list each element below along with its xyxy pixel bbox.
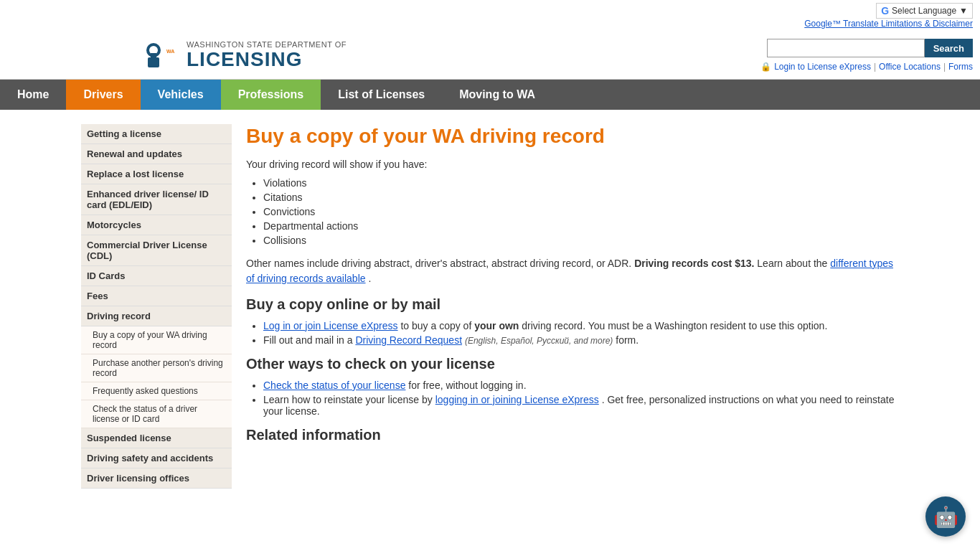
svg-rect-3 xyxy=(151,53,156,59)
main-nav: Home Drivers Vehicles Professions List o… xyxy=(0,80,980,110)
bullet-collisions: Collisions xyxy=(263,235,899,246)
forms-link[interactable]: Forms xyxy=(948,62,973,72)
sidebar-item-motorcycles[interactable]: Motorcycles xyxy=(81,215,232,235)
reinstate-text1: Learn how to reinstate your license by xyxy=(263,394,435,405)
driving-record-request-link[interactable]: Driving Record Request xyxy=(355,334,462,346)
pipe-divider2: | xyxy=(943,62,946,72)
sidebar-item-id-cards[interactable]: ID Cards xyxy=(81,266,232,286)
chat-widget[interactable]: 🤖 xyxy=(925,496,966,510)
sidebar-item-replace-lost[interactable]: Replace a lost license xyxy=(81,164,232,184)
header-right: Search 🔒 Login to License eXpress | Offi… xyxy=(760,39,973,72)
sidebar-item-driving-safety[interactable]: Driving safety and accidents xyxy=(81,448,232,468)
form-text: form. xyxy=(616,334,639,346)
search-input[interactable] xyxy=(767,39,925,57)
logging-in-link[interactable]: logging in or joining License eXpress xyxy=(435,394,599,405)
nav-home[interactable]: Home xyxy=(0,80,66,110)
login-link[interactable]: Login to License eXpress xyxy=(774,62,871,72)
other-names-paragraph: Other names include driving abstract, dr… xyxy=(246,256,899,286)
sidebar-item-getting-license[interactable]: Getting a license xyxy=(81,124,232,144)
logo-text: WASHINGTON STATE DEPARTMENT OF LICENSING xyxy=(187,40,347,71)
bullet-login: Log in or join License eXpress to buy a … xyxy=(263,320,899,331)
nav-list-of-licenses[interactable]: List of Licenses xyxy=(321,80,442,110)
section2-heading: Other ways to check on your license xyxy=(246,356,899,372)
sidebar-item-suspended-license[interactable]: Suspended license xyxy=(81,428,232,448)
nav-drivers[interactable]: Drivers xyxy=(66,80,140,110)
svg-rect-2 xyxy=(148,57,159,67)
driving-record-text: driving record. You must be a Washington… xyxy=(522,320,827,331)
sidebar-item-fees[interactable]: Fees xyxy=(81,286,232,306)
google-translate-widget[interactable]: G Select Language ▼ xyxy=(876,3,973,19)
section1-heading: Buy a copy online or by mail xyxy=(246,296,899,313)
fill-out-text: Fill out and mail in a xyxy=(263,334,355,346)
bullet-violations: Violations xyxy=(263,177,899,189)
bullet-departmental: Departmental actions xyxy=(263,220,899,232)
sidebar-item-driving-record[interactable]: Driving record xyxy=(81,306,232,326)
chat-robot-icon: 🤖 xyxy=(933,505,958,511)
sidebar-item-enhanced-driver[interactable]: Enhanced driver license/ ID card (EDL/EI… xyxy=(81,184,232,215)
select-language-label: Select Language xyxy=(892,6,956,16)
page-container: Getting a license Renewal and updates Re… xyxy=(74,110,906,510)
bullet-check-status: Check the status of your license for fre… xyxy=(263,380,899,391)
online-mail-bullets: Log in or join License eXpress to buy a … xyxy=(263,320,899,346)
for-free-text: for free, without logging in. xyxy=(408,380,526,391)
sidebar-item-renewal-updates[interactable]: Renewal and updates xyxy=(81,144,232,164)
check-license-bullets: Check the status of your license for fre… xyxy=(263,380,899,417)
nav-moving-to-wa[interactable]: Moving to WA xyxy=(442,80,552,110)
google-g-icon: G xyxy=(881,5,889,17)
nav-professions[interactable]: Professions xyxy=(221,80,321,110)
nav-vehicles[interactable]: Vehicles xyxy=(141,80,221,110)
logo-area: WA WASHINGTON STATE DEPARTMENT OF LICENS… xyxy=(143,37,347,73)
wa-logo-icon: WA xyxy=(143,37,179,73)
sidebar-item-faq[interactable]: Frequently asked questions xyxy=(81,382,232,400)
other-names-text1: Other names include driving abstract, dr… xyxy=(246,258,634,269)
pipe-divider: | xyxy=(874,62,876,72)
sidebar-item-buy-copy[interactable]: Buy a copy of your WA driving record xyxy=(81,326,232,354)
your-own-bold: your own xyxy=(474,320,519,331)
svg-text:WA: WA xyxy=(166,49,174,54)
licensing-label: LICENSING xyxy=(187,49,347,71)
bullet-convictions: Convictions xyxy=(263,206,899,217)
office-locations-link[interactable]: Office Locations xyxy=(879,62,941,72)
sidebar: Getting a license Renewal and updates Re… xyxy=(81,124,232,489)
sidebar-item-purchase-another[interactable]: Purchase another person's driving record xyxy=(81,354,232,382)
lock-icon: 🔒 xyxy=(760,62,771,72)
bullet-mail: Fill out and mail in a Driving Record Re… xyxy=(263,334,899,346)
check-status-link[interactable]: Check the status of your license xyxy=(263,380,405,391)
page-title: Buy a copy of your WA driving record xyxy=(246,124,899,149)
main-content: Buy a copy of your WA driving record You… xyxy=(246,117,899,489)
search-row: Search xyxy=(767,39,973,57)
header-links: 🔒 Login to License eXpress | Office Loca… xyxy=(760,62,973,72)
languages-italic: (English, Español, Русский, and more) xyxy=(465,336,613,346)
sidebar-item-commercial-driver[interactable]: Commercial Driver License (CDL) xyxy=(81,235,232,266)
driving-record-bullets: Violations Citations Convictions Departm… xyxy=(263,177,899,246)
period1: . xyxy=(368,273,371,284)
site-header: WA WASHINGTON STATE DEPARTMENT OF LICENS… xyxy=(0,32,980,80)
section3-heading: Related information xyxy=(246,427,899,443)
bullet-citations: Citations xyxy=(263,192,899,203)
dropdown-arrow-icon: ▼ xyxy=(959,6,968,16)
bullet-reinstate: Learn how to reinstate your license by l… xyxy=(263,394,899,417)
sidebar-item-check-status[interactable]: Check the status of a driver license or … xyxy=(81,400,232,428)
dept-label: WASHINGTON STATE DEPARTMENT OF xyxy=(187,40,347,49)
to-buy-text: to buy a copy of xyxy=(400,320,474,331)
translate-disclaimer-link[interactable]: Google™ Translate Limitations & Disclaim… xyxy=(804,19,973,29)
learn-about-text: Learn about the xyxy=(757,258,830,269)
login-license-express-link[interactable]: Log in or join License eXpress xyxy=(263,320,398,331)
intro-text: Your driving record will show if you hav… xyxy=(246,159,899,170)
search-button[interactable]: Search xyxy=(925,39,973,57)
sidebar-item-driver-licensing-offices[interactable]: Driver licensing offices xyxy=(81,468,232,489)
cost-bold: Driving records cost $13. xyxy=(634,258,754,269)
